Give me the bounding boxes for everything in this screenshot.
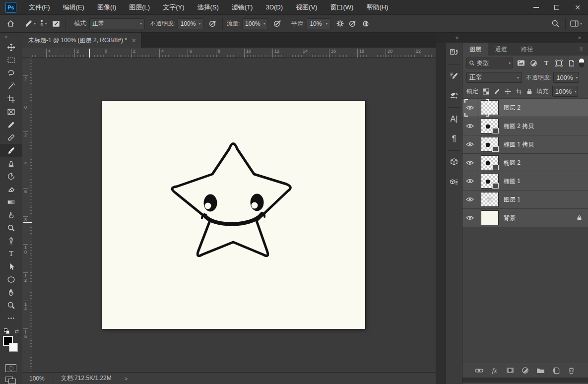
layer-visibility-toggle[interactable] — [462, 117, 477, 135]
delete-layer-button[interactable] — [567, 366, 576, 375]
path-selection-tool[interactable] — [0, 260, 22, 273]
dodge-tool[interactable] — [0, 221, 22, 234]
menu-item[interactable]: 滤镜(T) — [225, 0, 260, 15]
smoothing-options-button[interactable] — [333, 17, 346, 31]
layer-row[interactable]: ☆图层 1 — [462, 191, 588, 209]
layer-styles-button[interactable]: fx — [490, 366, 499, 375]
filter-pixel-layers-button[interactable] — [516, 58, 526, 68]
move-tool[interactable] — [0, 41, 22, 54]
brushes-panel-button[interactable] — [446, 86, 462, 106]
screen-mode-button[interactable] — [5, 377, 16, 384]
link-layers-button[interactable] — [475, 366, 484, 375]
status-options-chevron[interactable]: > — [125, 376, 128, 382]
panel-tab[interactable]: 路径 — [514, 43, 540, 56]
menu-item[interactable]: 视图(V) — [289, 0, 324, 15]
paint-symmetry-button[interactable] — [359, 17, 372, 31]
layer-name[interactable]: 图层 2 — [504, 104, 521, 112]
layer-visibility-toggle[interactable] — [462, 135, 477, 154]
healing-brush-tool[interactable] — [0, 131, 22, 144]
pressure-size-button[interactable] — [346, 17, 359, 31]
layer-name[interactable]: 椭圆 2 拷贝 — [504, 122, 534, 130]
lock-all-button[interactable] — [526, 88, 532, 95]
quick-mask-button[interactable] — [5, 364, 16, 372]
history-brush-tool[interactable] — [0, 170, 22, 183]
menu-item[interactable]: 文件(F) — [22, 0, 57, 15]
vertical-ruler[interactable]: 20246810121416 — [22, 58, 32, 372]
filter-shape-layers-button[interactable] — [554, 58, 564, 68]
smudge-tool[interactable] — [0, 208, 22, 221]
toggle-brush-settings-button[interactable] — [50, 17, 63, 31]
clone-stamp-tool[interactable] — [0, 157, 22, 170]
layer-thumbnail[interactable] — [481, 210, 499, 225]
new-adjustment-layer-button[interactable] — [521, 366, 530, 375]
tab-close-icon[interactable]: × — [132, 37, 136, 44]
ruler-origin-corner[interactable] — [22, 48, 32, 58]
workspace-switcher-button[interactable]: ▾ — [569, 17, 583, 31]
hand-tool[interactable] — [0, 286, 22, 299]
layer-row[interactable]: 背景 — [462, 209, 588, 227]
lock-artboard-button[interactable] — [516, 88, 522, 95]
menu-item[interactable]: 编辑(E) — [57, 0, 91, 15]
layer-name[interactable]: 椭圆 1 — [504, 177, 521, 186]
3d-panel-button[interactable] — [446, 152, 462, 172]
add-layer-mask-button[interactable] — [506, 366, 515, 375]
panel-tab[interactable]: 图层 — [462, 43, 488, 56]
horizontal-ruler[interactable]: 420246810121416182022 — [32, 48, 436, 58]
layer-row[interactable]: 椭圆 2 拷贝 — [462, 117, 588, 135]
layer-row[interactable]: 椭圆 1 — [462, 172, 588, 191]
layer-name[interactable]: 椭圆 2 — [504, 159, 521, 167]
toolbar-expand-icon[interactable]: » — [0, 33, 22, 41]
close-button[interactable]: ✕ — [567, 0, 588, 15]
brush-preset-button[interactable]: ▾ — [23, 17, 37, 31]
layer-name[interactable]: 背景 — [504, 214, 516, 222]
brush-tool[interactable] — [0, 144, 22, 157]
zoom-tool[interactable] — [0, 299, 22, 312]
layer-name[interactable]: 椭圆 1 拷贝 — [504, 140, 534, 149]
layer-row[interactable]: 椭圆 1 拷贝 — [462, 135, 588, 154]
lock-transparent-pixels-button[interactable] — [483, 88, 489, 95]
edit-toolbar-ellipsis[interactable] — [0, 312, 22, 324]
menu-item[interactable]: 图层(L) — [123, 0, 156, 15]
frame-tool[interactable] — [0, 105, 22, 118]
blend-mode-select[interactable]: 正常 ▾ — [89, 18, 145, 29]
layer-filtering-toggle[interactable] — [579, 59, 584, 67]
brush-size-picker[interactable]: 6 ▾ — [37, 17, 50, 31]
opacity-select[interactable]: 100% ▾ — [178, 18, 203, 29]
menu-item[interactable]: 3D(D) — [259, 0, 289, 15]
document-tab[interactable]: 未标题-1 @ 100% (图层 2, RGB/8#) * × — [22, 33, 141, 48]
layer-thumbnail[interactable] — [481, 100, 499, 115]
pressure-opacity-button[interactable] — [206, 17, 219, 31]
menu-item[interactable]: 选择(S) — [191, 0, 225, 15]
marquee-tool[interactable] — [0, 54, 22, 66]
quick-selection-tool[interactable] — [0, 79, 22, 92]
layer-thumbnail[interactable] — [481, 137, 499, 152]
properties-panel-button[interactable] — [446, 172, 462, 192]
layer-row[interactable]: 椭圆 2 — [462, 154, 588, 172]
crop-tool[interactable] — [0, 92, 22, 105]
layer-visibility-toggle[interactable] — [462, 154, 477, 172]
menu-item[interactable]: 图像(I) — [91, 0, 123, 15]
menu-item[interactable]: 帮助(H) — [360, 0, 394, 15]
layer-visibility-toggle[interactable] — [462, 209, 477, 227]
flow-select[interactable]: 100% ▾ — [242, 18, 268, 29]
lasso-tool[interactable] — [0, 66, 22, 79]
character-panel-button[interactable]: A| — [446, 109, 462, 129]
collapse-panels-icon[interactable]: « — [456, 34, 458, 40]
lock-position-button[interactable] — [505, 88, 511, 95]
panel-tab[interactable]: 通道 — [488, 43, 514, 56]
search-button[interactable] — [549, 17, 562, 31]
filter-smart-objects-button[interactable] — [567, 58, 577, 68]
layer-thumbnail[interactable] — [481, 174, 499, 189]
airbrush-button[interactable] — [271, 17, 284, 31]
zoom-level[interactable]: 100% — [22, 375, 54, 382]
layer-thumbnail[interactable] — [481, 155, 499, 170]
menu-item[interactable]: 窗口(W) — [324, 0, 360, 15]
layer-name[interactable]: 图层 1 — [504, 195, 521, 204]
panel-menu-icon[interactable]: ≡ — [574, 43, 588, 56]
type-tool[interactable]: T — [0, 247, 22, 260]
layer-visibility-toggle[interactable] — [462, 191, 477, 209]
new-group-button[interactable] — [536, 366, 545, 375]
home-button[interactable] — [4, 17, 17, 31]
filter-adjustment-layers-button[interactable] — [528, 58, 539, 68]
artboard[interactable] — [102, 101, 365, 329]
